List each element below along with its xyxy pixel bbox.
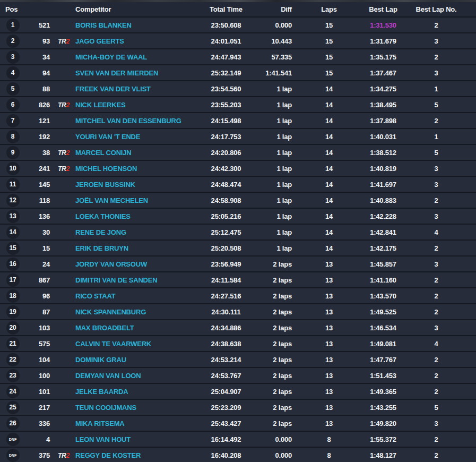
best-lap-cell: 1:43.255	[361, 399, 405, 415]
table-row[interactable]: 17867DIMITRI VAN DE SANDEN24:11.5842 lap…	[0, 272, 476, 288]
diff-cell: 57.335	[244, 49, 297, 65]
laps-cell: 15	[297, 49, 361, 65]
competitor-number-cell: 88	[25, 81, 52, 97]
competitor-name[interactable]: ERIK DE BRUYN	[75, 240, 208, 256]
position-cell: 24	[0, 383, 25, 399]
table-row[interactable]: 1624JORDY VAN ORSOUW23:56.9492 laps131:4…	[0, 256, 476, 272]
competitor-name[interactable]: RICO STAAT	[75, 288, 208, 304]
competitor-name[interactable]: MARCEL CONIJN	[75, 144, 208, 160]
table-row[interactable]: 334MICHA-BOY DE WAAL24:47.94357.335151:3…	[0, 49, 476, 65]
diff-cell: 2 laps	[244, 336, 297, 352]
competitor-name[interactable]: JELKE BAARDA	[75, 383, 208, 399]
best-lap-no-cell: 2	[405, 447, 467, 462]
competitor-name[interactable]: FREEK VAN DER VLIST	[75, 81, 208, 97]
total-time-cell: 23:56.949	[208, 256, 244, 272]
table-row[interactable]: 6826TR2NICK LEERKES23:55.2031 lap141:38.…	[0, 97, 476, 113]
competitor-name[interactable]: LEON VAN HOUT	[75, 431, 208, 447]
competitor-name[interactable]: REGGY DE KOSTER	[75, 447, 208, 462]
filler-cell	[467, 320, 476, 336]
table-row[interactable]: 11145JEROEN BUSSINK24:48.4741 lap141:41.…	[0, 176, 476, 192]
competitor-name[interactable]: TEUN COOIJMANS	[75, 399, 208, 415]
total-time-cell: 24:42.300	[208, 160, 244, 176]
position-badge: 17	[6, 273, 20, 287]
table-row[interactable]: 1515ERIK DE BRUYN25:20.5081 lap141:42.17…	[0, 240, 476, 256]
best-lap-no-cell: 2	[405, 304, 467, 320]
table-row[interactable]: 293TR2JAGO GEERTS24:01.05110.443151:31.6…	[0, 33, 476, 49]
table-row[interactable]: 1896RICO STAAT24:27.5162 laps131:43.5702	[0, 288, 476, 304]
position-cell: 15	[0, 240, 25, 256]
competitor-name[interactable]: SVEN VAN DER MIERDEN	[75, 65, 208, 81]
competitor-name[interactable]: JORDY VAN ORSOUW	[75, 256, 208, 272]
team-logo-cell	[52, 224, 75, 240]
table-row[interactable]: 1521BORIS BLANKEN23:50.6080.000151:31.53…	[0, 17, 476, 33]
table-row[interactable]: DNF375TR2REGGY DE KOSTER16:40.2080.00081…	[0, 447, 476, 462]
competitor-name[interactable]: NICK SPANNENBURG	[75, 304, 208, 320]
position-badge: 9	[6, 146, 20, 159]
table-row[interactable]: 1430RENE DE JONG25:12.4751 lap141:42.841…	[0, 224, 476, 240]
total-time-cell: 25:23.209	[208, 399, 244, 415]
competitor-number-cell: 145	[25, 176, 52, 192]
competitor-name[interactable]: JAGO GEERTS	[75, 33, 208, 49]
competitor-name[interactable]: BORIS BLANKEN	[75, 17, 208, 33]
total-time-cell: 24:11.584	[208, 272, 244, 288]
diff-cell: 1 lap	[244, 97, 297, 113]
table-row[interactable]: 588FREEK VAN DER VLIST23:54.5601 lap141:…	[0, 81, 476, 97]
best-lap-cell-overall-fastest: 1:31.530	[361, 17, 405, 33]
position-badge: 22	[6, 353, 20, 366]
competitor-name[interactable]: MIKA RITSEMA	[75, 415, 208, 431]
diff-cell: 0.000	[244, 431, 297, 447]
competitor-name[interactable]: CALVIN TE VAARWERK	[75, 336, 208, 352]
competitor-name[interactable]: NICK LEERKES	[75, 97, 208, 113]
team-logo-cell	[52, 336, 75, 352]
diff-cell: 2 laps	[244, 367, 297, 383]
competitor-name[interactable]: DOMINIK GRAU	[75, 352, 208, 367]
laps-cell: 13	[297, 415, 361, 431]
table-row[interactable]: 22104DOMINIK GRAU24:53.2142 laps131:47.7…	[0, 352, 476, 367]
competitor-name[interactable]: MITCHEL VAN DEN ESSENBURG	[75, 113, 208, 129]
competitor-name[interactable]: YOURI VAN 'T ENDE	[75, 129, 208, 144]
competitor-name[interactable]: MICHEL HOENSON	[75, 160, 208, 176]
diff-cell: 2 laps	[244, 399, 297, 415]
diff-cell: 2 laps	[244, 415, 297, 431]
position-badge: 3	[6, 50, 20, 64]
table-row[interactable]: 25217TEUN COOIJMANS25:23.2092 laps131:43…	[0, 399, 476, 415]
competitor-name[interactable]: JEROEN BUSSINK	[75, 176, 208, 192]
table-row[interactable]: 938TR2MARCEL CONIJN24:20.8061 lap141:38.…	[0, 144, 476, 160]
table-row[interactable]: 12118JOËL VAN MECHELEN24:58.9081 lap141:…	[0, 192, 476, 208]
total-time-cell: 16:40.208	[208, 447, 244, 462]
table-row[interactable]: 1987NICK SPANNENBURG24:30.1112 laps131:4…	[0, 304, 476, 320]
competitor-name[interactable]: DIMITRI VAN DE SANDEN	[75, 272, 208, 288]
best-lap-cell: 1:47.767	[361, 352, 405, 367]
best-lap-cell: 1:38.495	[361, 97, 405, 113]
column-header-laps: Laps	[297, 2, 361, 17]
table-row[interactable]: 23100DEMYAN VAN LOON24:53.7672 laps131:5…	[0, 367, 476, 383]
best-lap-no-cell: 4	[405, 336, 467, 352]
position-badge: 13	[6, 210, 20, 223]
table-row[interactable]: 20103MAX BROADBELT24:34.8862 laps131:46.…	[0, 320, 476, 336]
team-logo-cell	[52, 256, 75, 272]
position-cell: 16	[0, 256, 25, 272]
table-row[interactable]: 8192YOURI VAN 'T ENDE24:17.7531 lap141:4…	[0, 129, 476, 144]
table-row[interactable]: 21575CALVIN TE VAARWERK24:38.6382 laps13…	[0, 336, 476, 352]
table-row[interactable]: 13136LOEKA THONIES25:05.2161 lap141:42.2…	[0, 208, 476, 224]
competitor-name[interactable]: MAX BROADBELT	[75, 320, 208, 336]
competitor-name[interactable]: MICHA-BOY DE WAAL	[75, 49, 208, 65]
laps-cell: 13	[297, 320, 361, 336]
best-lap-cell: 1:41.160	[361, 272, 405, 288]
competitor-number-cell: 30	[25, 224, 52, 240]
competitor-name[interactable]: JOËL VAN MECHELEN	[75, 192, 208, 208]
table-row[interactable]: 7121MITCHEL VAN DEN ESSENBURG24:15.4981 …	[0, 113, 476, 129]
best-lap-no-cell: 2	[405, 113, 467, 129]
table-row[interactable]: 24101JELKE BAARDA25:04.9072 laps131:49.3…	[0, 383, 476, 399]
competitor-name[interactable]: LOEKA THONIES	[75, 208, 208, 224]
total-time-cell: 25:43.427	[208, 415, 244, 431]
competitor-name[interactable]: DEMYAN VAN LOON	[75, 367, 208, 383]
table-row[interactable]: 10241TR2MICHEL HOENSON24:42.3001 lap141:…	[0, 160, 476, 176]
table-row[interactable]: 494SVEN VAN DER MIERDEN25:32.1491:41.541…	[0, 65, 476, 81]
table-row[interactable]: 26336MIKA RITSEMA25:43.4272 laps131:49.8…	[0, 415, 476, 431]
table-row[interactable]: DNF4LEON VAN HOUT16:14.4920.00081:55.372…	[0, 431, 476, 447]
competitor-number-cell: 867	[25, 272, 52, 288]
best-lap-cell: 1:38.512	[361, 144, 405, 160]
team-logo-cell	[52, 320, 75, 336]
competitor-name[interactable]: RENE DE JONG	[75, 224, 208, 240]
